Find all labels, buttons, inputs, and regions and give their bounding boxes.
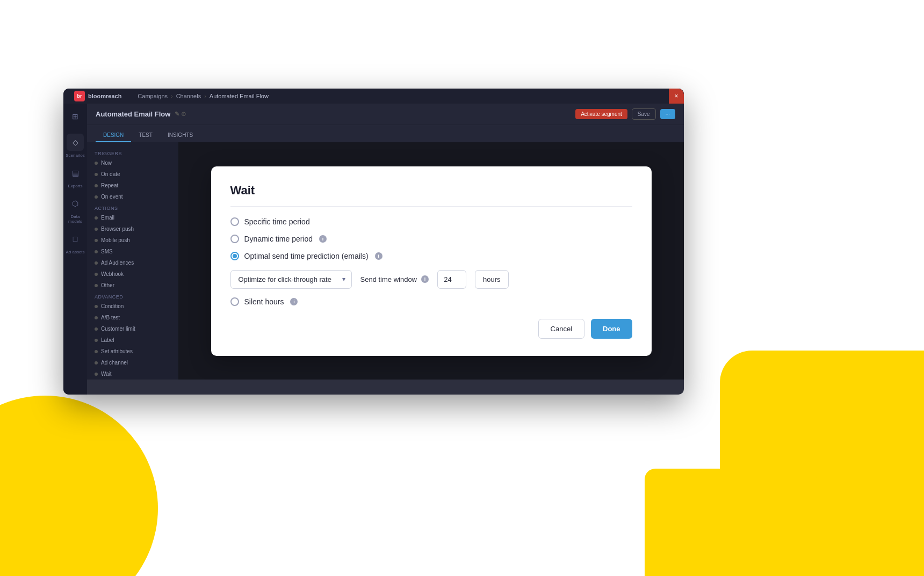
nav-icon-grid[interactable]: ⊞	[67, 108, 84, 125]
option-optimal-label: Optimal send time prediction (emails)	[244, 252, 369, 260]
radio-specific[interactable]	[230, 217, 239, 226]
nav-icon-ads[interactable]: □	[67, 230, 84, 247]
dynamic-info-icon[interactable]: i	[319, 235, 327, 243]
sidebar-item-customer-limit[interactable]: Customer limit	[87, 323, 178, 334]
nav-icon-exports[interactable]: ▤	[67, 164, 84, 181]
options-row: Optimize for click-through rateOptimize …	[230, 270, 632, 289]
sidebar-item-condition[interactable]: Condition	[87, 301, 178, 312]
radio-silent-hours[interactable]	[230, 297, 239, 306]
main-content: Automated Email Flow ✎ ⊙ Activate segmen…	[87, 104, 684, 395]
nav-label-scenarios: Scenarios	[66, 153, 85, 158]
nav-icon-scenarios[interactable]: ◇	[67, 134, 84, 151]
optimize-select-wrapper: Optimize for click-through rateOptimize …	[230, 270, 352, 289]
nav-label-data: Data models	[63, 214, 87, 224]
sidebar-item-wait[interactable]: Wait	[87, 368, 178, 380]
option-specific-label: Specific time period	[244, 217, 310, 226]
sidebar-item-ab-test[interactable]: A/B test	[87, 312, 178, 323]
sidebar-dot	[95, 250, 98, 253]
sidebar-section-advanced: Advanced	[87, 291, 178, 301]
title-icons: ✎ ⊙	[175, 111, 186, 118]
send-time-window-label: Send time window	[360, 275, 417, 283]
app-inner: ⊞ ◇ Scenarios ▤ Exports ⬡ Data models □ …	[63, 104, 684, 395]
sidebar-item-on-date[interactable]: On date	[87, 169, 178, 180]
modal-footer: Cancel Done	[230, 319, 632, 339]
option-silent-hours[interactable]: Silent hours i	[230, 297, 632, 306]
radio-dynamic[interactable]	[230, 235, 239, 243]
yellow-decoration-left	[0, 396, 158, 576]
sidebar-dot	[95, 216, 98, 220]
sidebar-dot	[95, 173, 98, 176]
bloomreach-logo-icon: br	[74, 91, 85, 101]
sidebar-item-label[interactable]: Label	[87, 334, 178, 346]
logo-text: bloomreach	[88, 93, 121, 99]
sidebar-section-actions: Actions	[87, 202, 178, 212]
yellow-decoration-right-bottom	[645, 469, 817, 576]
logo-area: br bloomreach	[69, 91, 127, 101]
sidebar-item-other[interactable]: Other	[87, 280, 178, 291]
save-button[interactable]: Save	[632, 108, 656, 120]
sidebar-item-set-attributes[interactable]: Set attributes	[87, 346, 178, 357]
sidebar-dot	[95, 373, 98, 376]
tab-insights[interactable]: INSIGHTS	[160, 129, 200, 142]
breadcrumb-current: Automated Email Flow	[210, 93, 269, 99]
send-time-info-icon[interactable]: i	[421, 275, 429, 283]
tab-test[interactable]: TEST	[131, 129, 160, 142]
sidebar-dot	[95, 361, 98, 364]
yellow-decoration-bottom-right	[817, 479, 924, 576]
optimal-info-icon[interactable]: i	[375, 252, 382, 260]
page-title: Automated Email Flow ✎ ⊙	[96, 110, 186, 118]
top-bar: br bloomreach Campaigns › Channels › Aut…	[63, 89, 684, 104]
sidebar-dot	[95, 239, 98, 242]
option-specific[interactable]: Specific time period	[230, 217, 632, 226]
more-button[interactable]: ···	[660, 109, 675, 119]
sidebar-item-webhook[interactable]: Webhook	[87, 268, 178, 280]
sidebar-dot	[95, 316, 98, 319]
sidebar-item-now[interactable]: Now	[87, 157, 178, 169]
sidebar-dot	[95, 184, 98, 187]
nav-icon-data[interactable]: ⬡	[67, 195, 84, 212]
breadcrumb-channels[interactable]: Channels	[176, 93, 201, 99]
radio-optimal[interactable]	[230, 252, 239, 260]
sidebar-dot	[95, 327, 98, 331]
hours-label: hours	[475, 270, 509, 289]
left-nav: ⊞ ◇ Scenarios ▤ Exports ⬡ Data models □ …	[63, 104, 87, 395]
sidebar-dot	[95, 350, 98, 353]
canvas: Wait Specific time period Dynamic time p…	[178, 142, 684, 380]
header-actions: Activate segment Save ···	[575, 108, 675, 120]
sidebar-dot	[95, 284, 98, 287]
sidebar-item-mobile-push[interactable]: Mobile push	[87, 235, 178, 246]
modal-overlay: Wait Specific time period Dynamic time p…	[178, 142, 684, 380]
nav-label-ads: Ad assets	[66, 250, 84, 254]
app-close-button[interactable]: ×	[669, 89, 684, 104]
silent-hours-info-icon[interactable]: i	[290, 298, 298, 305]
silent-hours-label: Silent hours	[244, 297, 284, 306]
breadcrumb-campaigns[interactable]: Campaigns	[138, 93, 168, 99]
sidebar-item-repeat[interactable]: Repeat	[87, 180, 178, 191]
sidebar-item-sms[interactable]: SMS	[87, 246, 178, 257]
send-time-value-input[interactable]	[437, 270, 466, 289]
sidebar-item-ad-channel[interactable]: Ad channel	[87, 357, 178, 368]
sidebar-section-triggers: Triggers	[87, 148, 178, 157]
done-button[interactable]: Done	[591, 319, 632, 339]
sidebar-item-browser-push[interactable]: Browser push	[87, 223, 178, 235]
option-dynamic[interactable]: Dynamic time period i	[230, 235, 632, 243]
cancel-button[interactable]: Cancel	[538, 319, 584, 339]
sidebar-dot	[95, 273, 98, 276]
nav-label-exports: Exports	[68, 184, 82, 188]
sidebar-dot	[95, 195, 98, 199]
sidebar-item-on-event[interactable]: On event	[87, 191, 178, 202]
app-window: br bloomreach Campaigns › Channels › Aut…	[63, 89, 684, 395]
tab-design[interactable]: DESIGN	[96, 129, 131, 142]
send-time-window-group: Send time window i	[360, 275, 429, 283]
sidebar-dot	[95, 339, 98, 342]
activate-button[interactable]: Activate segment	[575, 109, 627, 119]
sidebar-dot	[95, 261, 98, 265]
sidebar-item-email[interactable]: Email	[87, 212, 178, 223]
sidebar-item-ad-audiences[interactable]: Ad Audiences	[87, 257, 178, 268]
sidebar-dot	[95, 162, 98, 165]
optimize-select[interactable]: Optimize for click-through rateOptimize …	[230, 270, 352, 289]
sidebar-dot	[95, 305, 98, 308]
option-optimal[interactable]: Optimal send time prediction (emails) i	[230, 252, 632, 260]
header-row: Automated Email Flow ✎ ⊙ Activate segmen…	[87, 104, 684, 125]
sidebar-dot	[95, 228, 98, 231]
